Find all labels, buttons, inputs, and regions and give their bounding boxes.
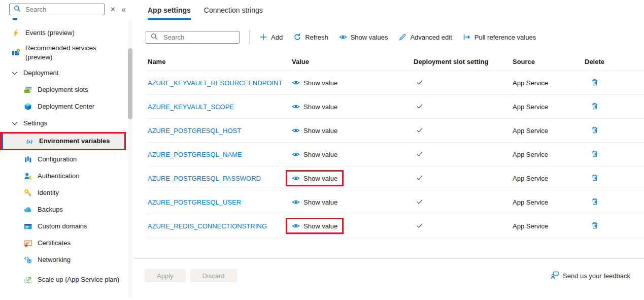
eye-icon [339, 33, 347, 41]
delete-row-button[interactable] [591, 126, 599, 134]
delete-row-button[interactable] [591, 78, 599, 86]
sidebar-item-networking[interactable]: Networking [0, 251, 133, 268]
clear-search-icon[interactable]: ✕ [110, 6, 116, 13]
sidebar-menu: Events (preview) Recommended services (p… [0, 18, 133, 291]
delete-row-button[interactable] [591, 197, 599, 206]
pull-reference-values-button[interactable]: Pull reference values [463, 33, 536, 41]
apply-button[interactable]: Apply [145, 269, 186, 282]
sidebar-item-label: Recommended services (preview) [25, 44, 109, 61]
toolbar-button-label: Add [271, 34, 283, 41]
deployment-center-icon [23, 102, 32, 111]
table-search-input[interactable] [162, 33, 235, 42]
show-values-button[interactable]: Show values [339, 33, 388, 41]
source-value: App Service [513, 127, 585, 135]
sidebar-item-label: Identity [38, 188, 59, 197]
table-search-box[interactable] [146, 31, 240, 44]
setting-name-link[interactable]: AZURE_POSTGRESQL_HOST [148, 127, 241, 135]
setting-name-link[interactable]: AZURE_REDIS_CONNECTIONSTRING [148, 222, 267, 230]
show-value-label: Show value [303, 222, 337, 230]
sidebar-item-backups[interactable]: Backups [0, 201, 133, 218]
eye-icon [292, 174, 300, 182]
show-value-label: Show value [303, 151, 337, 158]
feedback-label: Send us your feedback [563, 272, 630, 280]
delete-row-button[interactable] [591, 174, 599, 182]
show-value-button[interactable]: Show value [286, 146, 344, 162]
add-button[interactable]: Add [259, 33, 283, 41]
setting-name-link[interactable]: AZURE_POSTGRESQL_NAME [148, 151, 242, 158]
configuration-icon [23, 155, 32, 163]
backups-cloud-icon [23, 205, 32, 214]
sidebar-item-events-preview[interactable]: Events (preview) [0, 24, 133, 41]
table-row: AZURE_KEYVAULT_SCOPE Show value App Serv… [148, 95, 644, 119]
identity-key-icon [23, 188, 32, 197]
app-settings-table: NameValueDeployment slot settingSourceDe… [148, 51, 644, 238]
refresh-icon [293, 33, 301, 41]
setting-name-link[interactable]: AZURE_POSTGRESQL_PASSWORD [148, 175, 261, 182]
show-value-button[interactable]: Show value [286, 75, 344, 91]
sidebar-item-configuration[interactable]: Configuration [0, 151, 133, 168]
slot-setting-checkmark-icon [416, 80, 424, 88]
sidebar-item-custom-domains[interactable]: Custom domains [0, 218, 133, 235]
setting-name-link[interactable]: AZURE_KEYVAULT_SCOPE [148, 103, 234, 111]
sidebar-item-label: Settings [23, 119, 47, 128]
sidebar-item-deployment[interactable]: Deployment [0, 64, 133, 81]
column-header-deployment-slot-setting: Deployment slot setting [414, 58, 513, 65]
show-value-label: Show value [303, 127, 337, 135]
source-value: App Service [513, 151, 585, 158]
show-value-button-annotated[interactable]: Show value [286, 170, 344, 186]
toolbar-button-label: Advanced edit [410, 34, 452, 41]
slot-setting-checkmark-icon [416, 104, 424, 112]
advanced-edit-button[interactable]: Advanced edit [398, 33, 452, 41]
refresh-button[interactable]: Refresh [293, 33, 328, 41]
sidebar-item-certificates[interactable]: Certificates [0, 235, 133, 251]
feedback-icon [551, 271, 559, 281]
tab-connection-strings[interactable]: Connection strings [204, 6, 263, 20]
sidebar-item-scale-up-app-service-plan[interactable]: Scale up (App Service plan) [0, 268, 133, 291]
svg-text:{x}: {x} [26, 139, 32, 144]
sidebar-search-row: ✕ « [0, 0, 133, 15]
delete-row-button[interactable] [591, 150, 599, 158]
delete-row-button[interactable] [591, 221, 599, 229]
setting-name-link[interactable]: AZURE_POSTGRESQL_USER [148, 198, 241, 206]
slot-setting-checkmark-icon [416, 128, 424, 136]
deployment-slots-icon [23, 85, 32, 94]
sidebar-item-deployment-slots[interactable]: Deployment slots [0, 81, 133, 98]
delete-row-button[interactable] [591, 102, 599, 110]
setting-name-link[interactable]: AZURE_KEYVAULT_RESOURCEENDPOINT [148, 79, 282, 87]
tab-app-settings[interactable]: App settings [148, 6, 191, 20]
sidebar-item-label: Configuration [38, 155, 77, 164]
sidebar-item-settings[interactable]: Settings [0, 115, 133, 131]
column-header-name: Name [148, 58, 292, 65]
sidebar-item-label: Authentication [38, 172, 79, 181]
toolbar-button-label: Show values [351, 34, 388, 41]
chevron-down-icon [10, 69, 19, 77]
show-value-button[interactable]: Show value [286, 194, 344, 210]
sidebar-scrollbar-thumb[interactable] [128, 48, 132, 119]
sidebar-item-environment-variables[interactable]: {x} Environment variables [2, 134, 124, 149]
eye-icon [292, 79, 300, 87]
show-value-label: Show value [303, 198, 337, 206]
send-feedback-link[interactable]: Send us your feedback [551, 271, 630, 281]
sidebar-item-identity[interactable]: Identity [0, 184, 133, 201]
show-value-button-annotated[interactable]: Show value [286, 218, 344, 234]
main-panel: App settings Connection strings Add Refr… [133, 0, 644, 300]
table-row: AZURE_POSTGRESQL_USER Show value App Ser… [148, 190, 644, 214]
show-value-button[interactable]: Show value [286, 98, 344, 115]
collapse-sidebar-icon[interactable]: « [121, 6, 126, 14]
source-value: App Service [513, 79, 585, 87]
sidebar-item-deployment-center[interactable]: Deployment Center [0, 98, 133, 115]
sidebar-item-authentication[interactable]: Authentication [0, 168, 133, 184]
sidebar-search-input[interactable] [24, 5, 100, 14]
discard-button[interactable]: Discard [190, 269, 237, 282]
sidebar-search-box[interactable] [9, 4, 105, 15]
sidebar-item-label: Certificates [38, 239, 71, 248]
annotation-box: {x} Environment variables [0, 132, 126, 150]
column-header-value: Value [292, 58, 414, 65]
toolbar-buttons: Add Refresh Show values Advanced edit Pu… [259, 33, 536, 41]
sidebar-item-label: Custom domains [38, 222, 87, 231]
sidebar-item-recommended-services-preview[interactable]: Recommended services (preview) [0, 41, 133, 64]
footer-divider [133, 258, 644, 259]
show-value-button[interactable]: Show value [286, 122, 344, 139]
eye-icon [292, 126, 300, 135]
show-value-label: Show value [303, 175, 337, 182]
